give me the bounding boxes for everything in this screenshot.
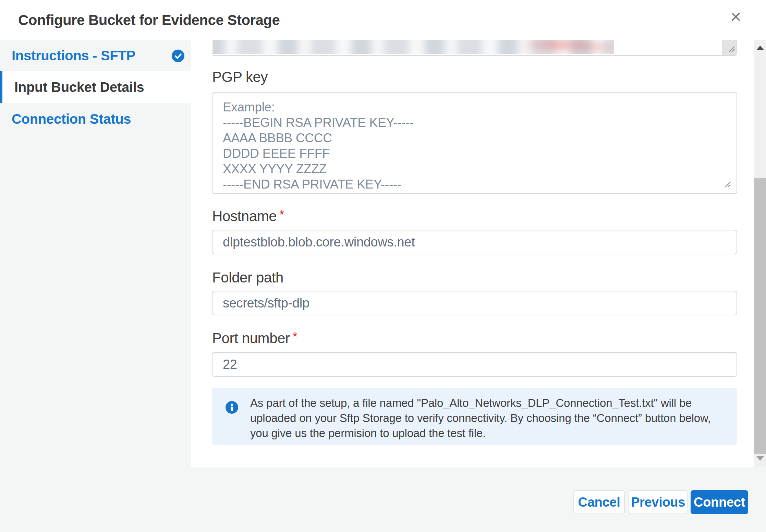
step-label: Connection Status bbox=[12, 111, 131, 127]
pgp-key-textarea[interactable] bbox=[212, 92, 737, 194]
previous-button[interactable]: Previous bbox=[629, 490, 688, 514]
redacted-blurred-value bbox=[213, 40, 614, 54]
dialog-header: Configure Bucket for Evidence Storage bbox=[0, 0, 766, 40]
close-icon bbox=[730, 11, 742, 24]
step-label: Input Bucket Details bbox=[14, 80, 144, 95]
scroll-up-arrow[interactable] bbox=[756, 46, 764, 50]
sidebar-item-instructions-sftp[interactable]: Instructions - SFTP bbox=[0, 40, 191, 71]
required-asterisk: * bbox=[279, 208, 284, 222]
step-completed-check-icon bbox=[172, 49, 184, 62]
resize-handle-icon[interactable] bbox=[727, 45, 735, 54]
vertical-scrollbar[interactable] bbox=[754, 40, 766, 467]
pgp-key-label: PGP key bbox=[212, 69, 268, 85]
required-asterisk: * bbox=[293, 330, 297, 344]
sidebar-item-input-bucket-details[interactable]: Input Bucket Details bbox=[0, 71, 191, 103]
info-note-text: As part of the setup, a file named "Palo… bbox=[250, 396, 725, 441]
scrollbar-thumb[interactable] bbox=[754, 178, 766, 454]
info-icon bbox=[226, 401, 238, 414]
wizard-steps-sidebar: Instructions - SFTP Input Bucket Details… bbox=[0, 40, 191, 135]
scroll-down-arrow[interactable] bbox=[756, 456, 764, 461]
sidebar-item-connection-status[interactable]: Connection Status bbox=[0, 103, 191, 135]
port-number-label: Port number* bbox=[212, 330, 297, 347]
step-label: Instructions - SFTP bbox=[12, 48, 135, 63]
dialog-title: Configure Bucket for Evidence Storage bbox=[18, 12, 280, 28]
redacted-input-cutoff[interactable] bbox=[212, 40, 737, 56]
connect-button[interactable]: Connect bbox=[691, 490, 748, 514]
folder-path-label: Folder path bbox=[212, 269, 283, 286]
port-number-input[interactable] bbox=[212, 352, 737, 377]
textarea-scrollbar[interactable] bbox=[722, 40, 737, 55]
connection-test-info-note: As part of the setup, a file named "Palo… bbox=[212, 388, 737, 445]
cancel-button[interactable]: Cancel bbox=[573, 490, 625, 514]
form-content-panel: PGP key Hostname* Folder path Port numbe… bbox=[191, 40, 754, 467]
close-button[interactable] bbox=[728, 9, 744, 25]
folder-path-input[interactable] bbox=[212, 291, 737, 315]
hostname-input[interactable] bbox=[212, 230, 737, 254]
hostname-label: Hostname* bbox=[212, 208, 284, 225]
